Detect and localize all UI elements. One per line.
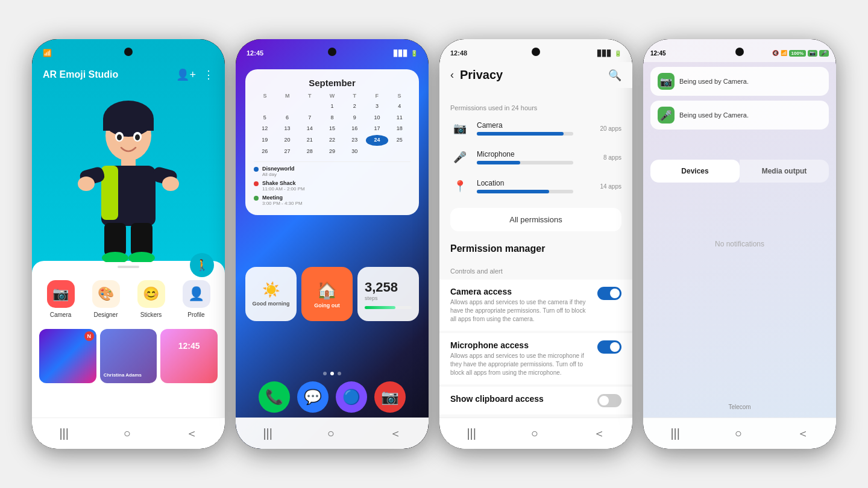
back-icon-3[interactable]: ＜ (593, 425, 605, 442)
svg-point-5 (117, 134, 122, 140)
punch-hole-4 (735, 48, 744, 56)
phone1-menu: 📷 Camera 🎨 Designer 😊 Stickers 👤 Profile (32, 268, 225, 324)
notification-camera: 📷 Being used by Camera. (650, 67, 829, 96)
phone2-time: 12:45 (247, 49, 263, 57)
phone1-thumbnails: N Christina Adams 12:45 (32, 329, 225, 383)
designer-menu-icon: 🎨 (92, 280, 120, 308)
dot-2-active (330, 372, 334, 375)
thumbnail-3[interactable]: 12:45 (160, 329, 218, 383)
home-icon-3[interactable]: ○ (531, 427, 538, 440)
stickers-label: Stickers (140, 311, 162, 318)
punch-hole-2 (328, 48, 336, 56)
clipboard-toggle: Show clipboard access (439, 387, 632, 414)
camera-access-switch[interactable] (597, 287, 621, 300)
search-button[interactable]: 🔍 (608, 69, 621, 82)
home-widget[interactable]: 🏠 Going out (301, 267, 353, 321)
phone4-notifications: 📷 Being used by Camera. 🎤 Being used by … (650, 67, 829, 134)
location-perm-count: 14 apps (600, 183, 621, 190)
media-output-tab[interactable]: Media output (740, 160, 829, 183)
recent-apps-icon-3[interactable]: ||| (467, 427, 476, 440)
thumbnail-badge: N (84, 331, 94, 341)
mic-perm-name: Microphone (477, 150, 596, 158)
location-perm-bar (477, 190, 549, 193)
recent-apps-icon-2[interactable]: ||| (263, 427, 272, 440)
profile-label: Profile (187, 311, 204, 318)
phone4-time: 12:45 (650, 50, 666, 57)
steps-bar (365, 306, 412, 309)
back-icon-2[interactable]: ＜ (389, 425, 401, 442)
mic-status-icon: 🎤 (819, 50, 829, 57)
steps-label: steps (365, 295, 412, 301)
thumbnail-1[interactable]: N (39, 329, 96, 383)
back-button[interactable]: ‹ (450, 69, 454, 81)
signal-icon-4: 📶 (781, 50, 787, 56)
location-perm-bar-bg (477, 190, 573, 193)
clipboard-switch[interactable] (597, 394, 621, 407)
svg-rect-10 (104, 223, 126, 256)
menu-item-profile[interactable]: 👤 Profile (183, 280, 210, 318)
battery-icon: 🔋 (614, 50, 621, 57)
event-dot-1 (254, 167, 259, 172)
clipboard-title: Show clipboard access (450, 394, 593, 404)
camera-toggle-knob (610, 289, 620, 298)
mic-access-switch[interactable] (597, 340, 621, 354)
camera-notif-icon: 📷 (658, 73, 675, 90)
event-1-sub: All day (262, 172, 410, 177)
permission-manager-title: Permission manager (450, 243, 621, 254)
menu-item-designer[interactable]: 🎨 Designer (92, 280, 120, 318)
recent-apps-icon-4[interactable]: ||| (670, 427, 680, 440)
all-permissions-button[interactable]: All permissions (450, 208, 621, 231)
event-disneyworld: Disneyworld All day (254, 166, 410, 177)
punch-hole-1 (124, 48, 133, 56)
dock-camera-icon[interactable]: 📷 (374, 381, 406, 413)
home-icon[interactable]: ○ (124, 427, 131, 440)
event-shakeshack: Shake Shack 11:00 AM - 2:00 PM (254, 180, 410, 192)
dock-messages-icon[interactable]: 💬 (297, 381, 329, 413)
page-dots (323, 372, 341, 375)
phones-container: 📶 AR Emoji Studio 👤+ ⋮ (0, 0, 868, 488)
phone-3: 12:48 ▊▊▊ 🔋 ‹ Privacy 🔍 Permissions used… (439, 39, 632, 449)
camera-perm-icon: 📷 (450, 119, 470, 138)
dot-1 (323, 372, 327, 375)
back-icon-4[interactable]: ＜ (797, 425, 809, 442)
punch-hole-3 (532, 48, 540, 56)
calendar-grid: 1 2 3 4 5 6 7 8 9 10 11 12 13 14 15 16 1 (254, 101, 410, 157)
menu-item-camera[interactable]: 📷 Camera (47, 280, 75, 318)
steps-count: 3,258 (365, 280, 412, 295)
add-person-icon[interactable]: 👤+ (176, 68, 196, 81)
thumbnail-2[interactable]: Christina Adams (100, 329, 157, 383)
camera-perm-bar-bg (477, 132, 573, 136)
dock-lasso-icon[interactable]: 🔵 (336, 381, 367, 413)
back-icon[interactable]: ＜ (186, 425, 198, 442)
event-3-name: Meeting (262, 195, 410, 201)
dot-3 (338, 372, 341, 375)
devices-media-tabs: Devices Media output (650, 160, 829, 183)
perm-location: 📍 Location 14 apps (439, 172, 632, 201)
more-icon[interactable]: ⋮ (203, 68, 214, 81)
steps-widget[interactable]: 3,258 steps (357, 267, 419, 321)
controls-label: Controls and alert (439, 261, 632, 277)
menu-item-stickers[interactable]: 😊 Stickers (137, 280, 165, 318)
devices-tab[interactable]: Devices (650, 160, 740, 183)
wifi-icon: 📶 (43, 49, 52, 57)
bluetooth-icon: 🔇 (772, 50, 779, 56)
home-icon-4[interactable]: ○ (735, 427, 742, 440)
svg-rect-2 (103, 119, 154, 131)
avatar-button[interactable]: 🚶 (190, 253, 214, 277)
weather-label: Good morning (253, 301, 290, 307)
weather-widget[interactable]: ☀️ Good morning (245, 267, 297, 321)
designer-label: Designer (93, 311, 118, 318)
profile-menu-icon: 👤 (183, 280, 210, 308)
no-notifications-label: No notifications (715, 240, 764, 248)
camera-menu-icon: 📷 (47, 280, 75, 308)
recent-apps-icon[interactable]: ||| (59, 427, 69, 440)
calendar-widget: September S M T W T F S 1 2 3 (245, 69, 419, 215)
camera-notif-text: Being used by Camera. (679, 78, 749, 85)
phone3-time: 12:48 (450, 49, 467, 57)
thumbnail-name: Christina Adams (104, 372, 154, 378)
mic-perm-icon: 🎤 (450, 148, 470, 167)
camera-access-title: Camera access (450, 287, 593, 296)
dock-phone-icon[interactable]: 📞 (259, 381, 290, 413)
calendar-days-header: S M T W T F S (254, 93, 410, 99)
home-icon-2[interactable]: ○ (327, 427, 335, 440)
